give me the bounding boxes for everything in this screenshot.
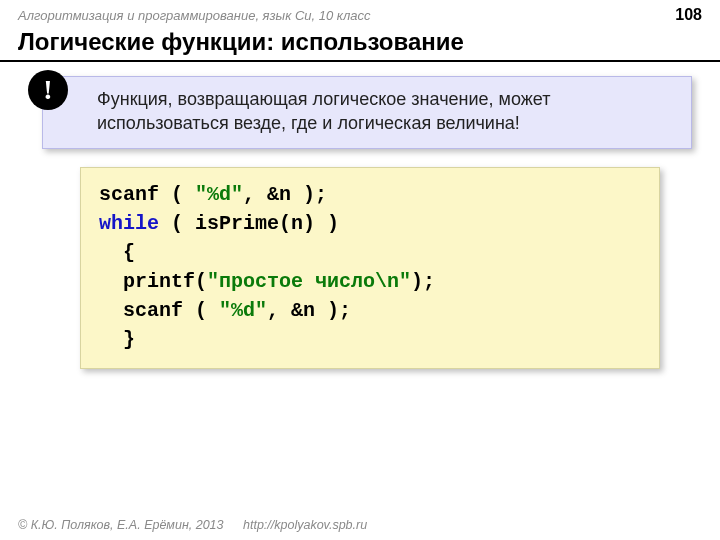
code-block: scanf ( "%d", &n ); while ( isPrime(n) )… bbox=[80, 167, 660, 369]
code-token: , &n ); bbox=[267, 299, 351, 322]
copyright-text: © К.Ю. Поляков, Е.А. Ерёмин, 2013 bbox=[18, 518, 224, 532]
page-number: 108 bbox=[675, 6, 702, 24]
code-keyword: while bbox=[99, 212, 159, 235]
code-token: scanf ( bbox=[99, 183, 195, 206]
code-token: ( isPrime(n) ) bbox=[159, 212, 339, 235]
callout-block: ! Функция, возвращающая логическое значе… bbox=[42, 76, 692, 149]
code-string: "простое число\n" bbox=[207, 270, 411, 293]
code-token: } bbox=[99, 328, 135, 351]
code-string: "%d" bbox=[219, 299, 267, 322]
slide-footer: © К.Ю. Поляков, Е.А. Ерёмин, 2013 http:/… bbox=[18, 518, 367, 532]
course-label: Алгоритмизация и программирование, язык … bbox=[18, 8, 371, 23]
code-string: "%d" bbox=[195, 183, 243, 206]
code-token: printf( bbox=[99, 270, 207, 293]
code-token: ); bbox=[411, 270, 435, 293]
page-title: Логические функции: использование bbox=[0, 26, 720, 62]
code-token: , &n ); bbox=[243, 183, 327, 206]
code-token: scanf ( bbox=[99, 299, 219, 322]
slide-header: Алгоритмизация и программирование, язык … bbox=[0, 0, 720, 26]
callout-text: Функция, возвращающая логическое значени… bbox=[42, 76, 692, 149]
footer-url: http://kpolyakov.spb.ru bbox=[243, 518, 367, 532]
code-token: { bbox=[99, 241, 135, 264]
exclamation-icon: ! bbox=[28, 70, 68, 110]
